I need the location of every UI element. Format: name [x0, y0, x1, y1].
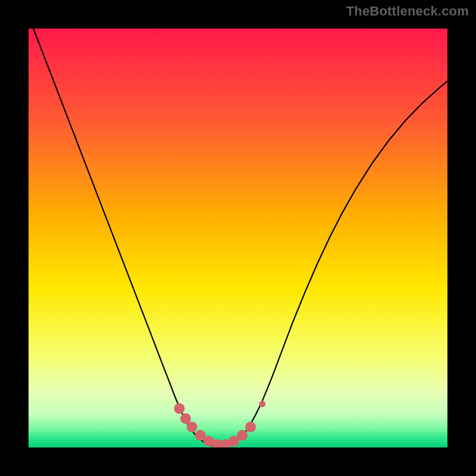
marker-dot: [245, 422, 256, 433]
marker-dot: [237, 430, 248, 441]
marker-dot-outlier: [259, 400, 265, 407]
bottleneck-curve: [29, 29, 447, 447]
curve-layer: [29, 29, 447, 447]
plot-frame: [20, 20, 456, 456]
plot-area: [29, 29, 447, 447]
marker-dot: [187, 422, 198, 433]
curve-outlier-marker: [259, 400, 265, 407]
curve-bottom-markers: [174, 403, 256, 447]
chart-stage: TheBottleneck.com: [0, 0, 476, 476]
watermark-text: TheBottleneck.com: [346, 4, 469, 19]
marker-dot: [174, 403, 184, 414]
